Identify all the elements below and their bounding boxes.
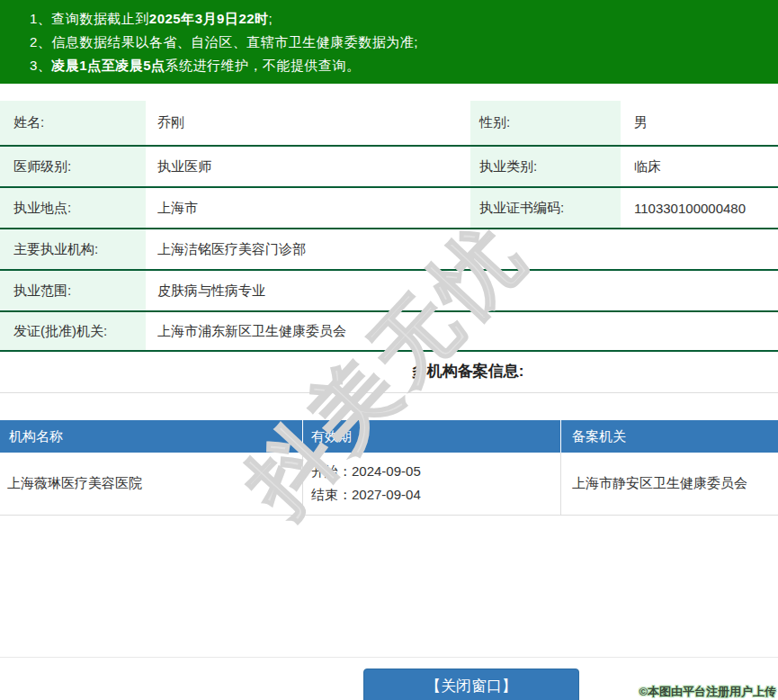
field-label-gender: 性别:	[470, 101, 621, 145]
field-value-practice-class: 临床	[621, 147, 778, 186]
validity-start: 开始：2024-09-05	[311, 463, 560, 480]
table-row: 上海薇琳医疗美容医院 开始：2024-09-05 结束：2027-09-04 上…	[0, 453, 778, 516]
cell-validity: 开始：2024-09-05 结束：2027-09-04	[302, 453, 560, 515]
column-header-validity: 有效期	[302, 420, 560, 453]
field-value-license-number: 110330100000480	[621, 188, 778, 228]
field-label-name: 姓名:	[0, 101, 146, 145]
table-row: 医师级别: 执业医师 执业类别: 临床	[0, 147, 778, 188]
table-row: 执业范围: 皮肤病与性病专业	[0, 271, 778, 312]
table-row: 主要执业机构: 上海洁铭医疗美容门诊部	[0, 229, 778, 271]
field-label-main-institution: 主要执业机构:	[0, 229, 146, 269]
column-header-org-name: 机构名称	[0, 420, 302, 453]
table-row: 执业地点: 上海市 执业证书编码: 110330100000480	[0, 188, 778, 229]
field-label-practice-class: 执业类别:	[470, 147, 621, 186]
field-value-issuing-authority: 上海市浦东新区卫生健康委员会	[146, 312, 778, 350]
column-header-authority: 备案机关	[560, 420, 778, 453]
field-label-practice-place: 执业地点:	[0, 188, 146, 228]
cell-record-authority: 上海市静安区卫生健康委员会	[560, 453, 778, 515]
footer-divider	[0, 657, 778, 658]
notice-number: 3、	[30, 58, 51, 73]
notice-line-3: 3、凌晨1点至凌晨5点系统进行维护，不能提供查询。	[30, 54, 778, 77]
field-value-main-institution: 上海洁铭医疗美容门诊部	[146, 229, 778, 269]
close-window-button[interactable]: 【关闭窗口】	[363, 669, 579, 700]
notice-number: 2、	[30, 34, 51, 49]
notice-line-2: 2、信息数据结果以各省、自治区、直辖市卫生健康委数据为准;	[30, 31, 778, 54]
notice-bold-date: 2025年3月9日22时	[149, 11, 269, 26]
cell-org-name: 上海薇琳医疗美容医院	[0, 453, 302, 515]
field-label-doctor-level: 医师级别:	[0, 147, 146, 186]
practitioner-info-table: 姓名: 乔刚 性别: 男 医师级别: 执业医师 执业类别: 临床 执业地点: 上…	[0, 101, 778, 352]
table-row: 发证(批准)机关: 上海市浦东新区卫生健康委员会	[0, 312, 778, 352]
field-label-issuing-authority: 发证(批准)机关:	[0, 312, 146, 350]
notice-line-1: 1、查询数据截止到2025年3月9日22时;	[30, 7, 778, 31]
field-label-license-number: 执业证书编码:	[470, 188, 621, 228]
notice-number: 1、	[30, 11, 51, 26]
upload-credit-text: ©本图由平台注册用户上传	[639, 684, 776, 700]
multi-org-table: 机构名称 有效期 备案机关 上海薇琳医疗美容医院 开始：2024-09-05 结…	[0, 420, 778, 516]
field-value-name: 乔刚	[146, 101, 470, 145]
field-value-gender: 男	[621, 101, 778, 145]
notice-bold-maintenance: 凌晨1点至凌晨5点	[51, 58, 165, 73]
field-label-practice-scope: 执业范围:	[0, 271, 146, 310]
multi-org-heading: 多机构备案信息:	[0, 352, 778, 393]
field-value-practice-scope: 皮肤病与性病专业	[146, 271, 778, 310]
field-value-practice-place: 上海市	[146, 188, 470, 228]
query-result-page: 1、查询数据截止到2025年3月9日22时; 2、信息数据结果以各省、自治区、直…	[0, 0, 778, 700]
table-row: 姓名: 乔刚 性别: 男	[0, 101, 778, 147]
table-header-row: 机构名称 有效期 备案机关	[0, 420, 778, 453]
validity-end: 结束：2027-09-04	[311, 487, 560, 504]
field-value-doctor-level: 执业医师	[146, 147, 470, 186]
notice-banner: 1、查询数据截止到2025年3月9日22时; 2、信息数据结果以各省、自治区、直…	[0, 0, 778, 84]
